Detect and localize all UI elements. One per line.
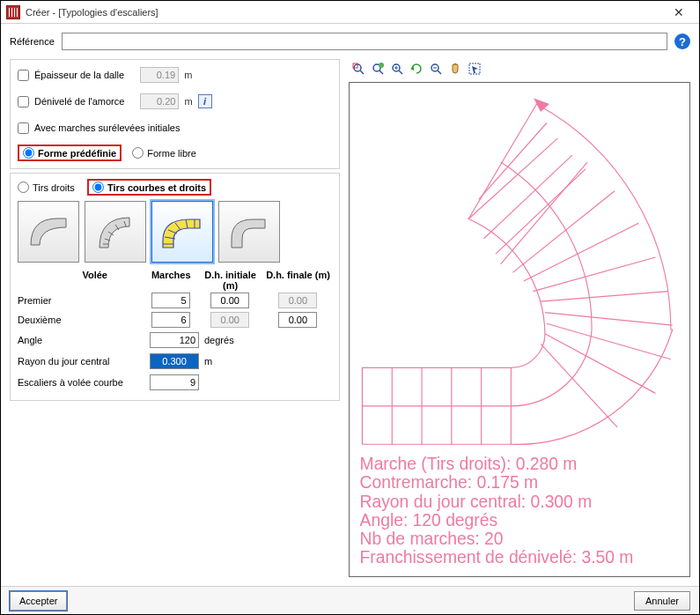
- content-area: Référence ? Épaisseur de la dalle m Déni…: [1, 24, 699, 586]
- curved-flight-radio[interactable]: [92, 182, 104, 193]
- free-form-label: Forme libre: [147, 148, 196, 159]
- svg-line-15: [379, 70, 383, 74]
- curved-steps-label: Escaliers à volée courbe: [18, 377, 123, 388]
- curved-steps-row: Escaliers à volée courbe: [18, 372, 332, 393]
- preview-toolbar: [349, 59, 690, 78]
- angle-label: Angle: [18, 335, 42, 345]
- row1-label: Premier: [18, 295, 52, 306]
- radius-row: Rayon du jour central m: [18, 351, 332, 372]
- hdr-volee: Volée: [82, 270, 107, 280]
- svg-line-18: [399, 70, 402, 74]
- slab-thickness-unit: m: [184, 70, 192, 80]
- thumb-3[interactable]: [151, 201, 213, 263]
- curved-flight-label: Tirs courbes et droits: [107, 182, 206, 193]
- raised-initial-row: Avec marches surélevées initiales: [18, 118, 332, 137]
- predef-form-highlight: Forme prédéfinie: [18, 144, 122, 161]
- svg-line-43: [483, 155, 571, 239]
- angle-row: Angle degrés: [18, 330, 332, 351]
- hdr-dhinit: D.h. initiale (m): [204, 270, 256, 291]
- slab-thickness-row: Épaisseur de la dalle m: [18, 65, 332, 85]
- svg-line-12: [360, 70, 364, 74]
- flight-type-row: Tirs droits Tirs courbes et droits: [18, 179, 332, 196]
- preview-area[interactable]: Marche (Tirs droits): 0.280 m Contremarc…: [349, 82, 690, 577]
- start-offset-checkbox[interactable]: [18, 96, 29, 107]
- main-area: Épaisseur de la dalle m Dénivelé de l'am…: [10, 59, 690, 577]
- svg-line-39: [524, 223, 638, 281]
- thumb-1[interactable]: [18, 201, 79, 263]
- row2-dhfinal[interactable]: [278, 312, 317, 328]
- thumbnail-row: [18, 201, 332, 263]
- titlebar: Créer - [Typologies d'escaliers] ✕: [1, 1, 699, 24]
- help-icon[interactable]: ?: [674, 33, 690, 49]
- curved-steps-value[interactable]: [150, 374, 199, 390]
- svg-line-38: [533, 257, 655, 292]
- slab-thickness-label: Épaisseur de la dalle: [34, 70, 124, 80]
- raised-initial-checkbox[interactable]: [18, 122, 29, 134]
- svg-line-45: [479, 123, 547, 200]
- pan-icon[interactable]: [447, 61, 463, 77]
- slab-thickness-checkbox[interactable]: [18, 70, 29, 81]
- svg-line-35: [547, 323, 671, 359]
- start-offset-unit: m: [184, 96, 192, 107]
- info-line-1: Contremarche: 0.175 m: [360, 473, 539, 492]
- select-icon[interactable]: [467, 61, 483, 77]
- row1-dhinit[interactable]: [210, 293, 249, 308]
- angle-value[interactable]: [150, 332, 199, 348]
- curved-flight-highlight: Tirs courbes et droits: [87, 179, 211, 196]
- row1-marches[interactable]: [151, 293, 190, 308]
- form-type-row: Forme prédéfinie Forme libre: [18, 144, 332, 161]
- raised-initial-label: Avec marches surélevées initiales: [34, 122, 180, 133]
- zoom-out-icon[interactable]: [428, 61, 444, 77]
- cancel-button[interactable]: Annuler: [634, 591, 690, 611]
- hdr-marches: Marches: [151, 270, 191, 280]
- close-button[interactable]: ✕: [664, 4, 694, 21]
- row2-marches[interactable]: [151, 312, 190, 328]
- thumb-2[interactable]: [85, 201, 146, 263]
- svg-line-36: [545, 313, 673, 325]
- parameter-table: Volée Marches D.h. initiale (m) D.h. fin…: [18, 270, 332, 393]
- info-line-5: Franchissement de dénivelé: 3.50 m: [360, 548, 634, 567]
- info-line-0: Marche (Tirs droits): 0.280 m: [360, 455, 578, 473]
- svg-line-42: [468, 138, 557, 219]
- options-group: Épaisseur de la dalle m Dénivelé de l'am…: [10, 59, 340, 169]
- predef-form-radio[interactable]: [23, 147, 34, 159]
- svg-marker-26: [472, 66, 478, 73]
- row2-dhinit: [210, 312, 249, 328]
- radius-value[interactable]: [150, 353, 199, 369]
- reference-row: Référence ?: [10, 33, 690, 50]
- left-pane: Épaisseur de la dalle m Dénivelé de l'am…: [10, 59, 340, 577]
- zoom-extents-icon[interactable]: [370, 61, 386, 77]
- predef-form-label: Forme prédéfinie: [38, 148, 116, 159]
- svg-line-33: [541, 344, 617, 427]
- svg-point-16: [379, 63, 384, 68]
- straight-flight-label: Tirs droits: [33, 182, 75, 193]
- hdr-dhfinal: D.h. finale (m): [266, 270, 330, 280]
- accept-button[interactable]: Accepter: [10, 591, 67, 611]
- param-header: Volée Marches D.h. initiale (m) D.h. fin…: [18, 270, 332, 291]
- angle-unit: degrés: [204, 335, 234, 345]
- reference-label: Référence: [10, 36, 55, 47]
- straight-flight-radio[interactable]: [18, 182, 29, 193]
- start-offset-value: [140, 93, 179, 109]
- info-line-4: Nb de marches: 20: [360, 530, 504, 548]
- window-title: Créer - [Typologies d'escaliers]: [26, 7, 664, 18]
- zoom-window-icon[interactable]: [350, 61, 366, 77]
- rotate-icon[interactable]: [409, 61, 424, 77]
- footer: Accepter Annuler: [1, 586, 699, 614]
- thumb-4[interactable]: [218, 201, 280, 263]
- free-form-radio[interactable]: [132, 147, 144, 159]
- info-icon[interactable]: i: [198, 94, 212, 108]
- info-line-2: Rayon du jour central: 0.300 m: [360, 493, 593, 511]
- info-line-3: Angle: 120 degrés: [360, 511, 498, 530]
- start-offset-row: Dénivelé de l'amorce m i: [18, 92, 332, 111]
- row1-dhfinal: [278, 293, 317, 308]
- start-offset-label: Dénivelé de l'amorce: [34, 96, 124, 107]
- reference-input[interactable]: [62, 33, 667, 50]
- radius-label: Rayon du jour central: [18, 356, 110, 367]
- svg-line-23: [438, 70, 441, 74]
- slab-thickness-value: [140, 67, 179, 83]
- zoom-in-icon[interactable]: [389, 61, 405, 77]
- row-deuxieme: Deuxième: [18, 310, 332, 330]
- row2-label: Deuxième: [18, 315, 62, 325]
- radius-unit: m: [204, 356, 212, 367]
